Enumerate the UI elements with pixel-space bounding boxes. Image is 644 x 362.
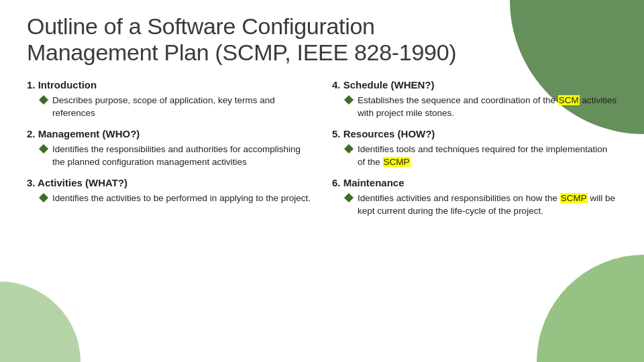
section-1-title: 1. Introduction [27, 79, 312, 90]
section-6-text: Identifies activities and responsibiliti… [358, 192, 617, 218]
section-4-title: 4. Schedule (WHEN?) [332, 79, 617, 90]
content-grid: 1. Introduction Describes purpose, scope… [27, 79, 617, 221]
section-2-bullet: Identifies the responsibilities and auth… [40, 143, 312, 169]
section-3-bullet: Identifies the activities to be performe… [40, 192, 312, 205]
diamond-icon-6 [344, 193, 354, 202]
section-5-title: 5. Resources (HOW?) [332, 128, 617, 139]
page-title: Outline of a Software Configuration Mana… [27, 13, 617, 66]
section-6-bullet: Identifies activities and responsibiliti… [345, 192, 617, 218]
section-3-text: Identifies the activities to be performe… [52, 192, 311, 205]
section-4-bullet: Establishes the sequence and coordinatio… [345, 95, 617, 120]
diamond-icon-3 [39, 193, 48, 202]
section-2-title: 2. Management (WHO?) [27, 128, 312, 139]
section-6-title: 6. Maintenance [332, 177, 617, 188]
diamond-icon-4 [344, 95, 354, 105]
section-5-text: Identifies tools and techniques required… [358, 143, 617, 169]
section-1-text: Describes purpose, scope of application,… [52, 95, 312, 120]
scmp-highlight-5: SCMP [383, 157, 411, 167]
diamond-icon-5 [344, 144, 354, 154]
right-column: 4. Schedule (WHEN?) Establishes the sequ… [332, 79, 617, 221]
left-column: 1. Introduction Describes purpose, scope… [27, 79, 312, 221]
main-container: Outline of a Software Configuration Mana… [0, 0, 644, 362]
section-1-bullet: Describes purpose, scope of application,… [40, 95, 312, 120]
section-3-title: 3. Activities (WHAT?) [27, 177, 312, 188]
diamond-icon-1 [39, 95, 48, 105]
section-5-bullet: Identifies tools and techniques required… [345, 143, 617, 169]
section-2-text: Identifies the responsibilities and auth… [52, 143, 312, 169]
diamond-icon-2 [39, 144, 48, 154]
scmp-highlight-6: SCMP [560, 193, 588, 203]
scm-highlight: SCM [558, 95, 580, 105]
section-4-text: Establishes the sequence and coordinatio… [358, 95, 617, 120]
